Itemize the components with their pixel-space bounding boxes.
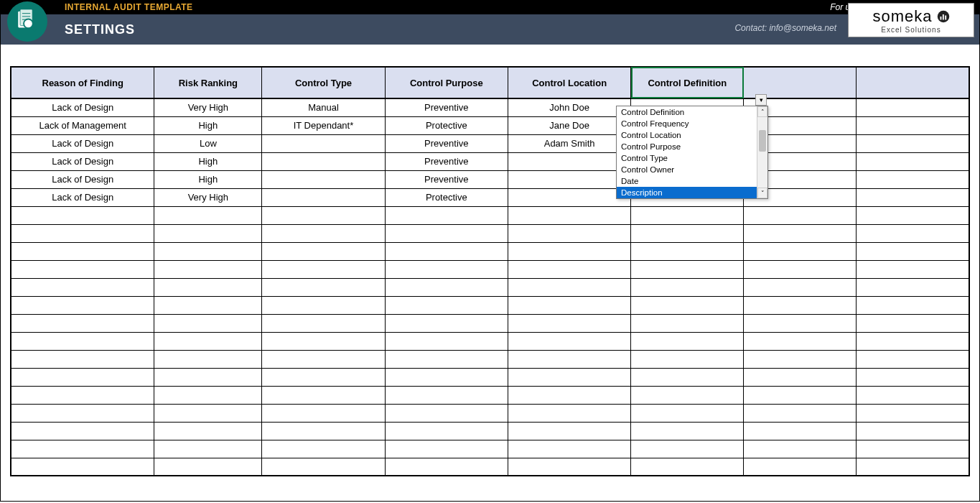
table-cell[interactable] — [631, 440, 744, 458]
table-row[interactable]: Lack of DesignLowPreventiveAdam Smith — [11, 134, 969, 152]
table-cell[interactable] — [154, 404, 262, 422]
table-cell[interactable] — [857, 224, 969, 242]
table-cell[interactable] — [744, 278, 857, 296]
table-cell[interactable] — [857, 278, 969, 296]
table-cell[interactable] — [631, 332, 744, 350]
table-cell[interactable] — [744, 458, 857, 476]
table-cell[interactable] — [508, 422, 630, 440]
table-cell[interactable] — [744, 422, 857, 440]
table-cell[interactable]: Protective — [385, 188, 508, 206]
table-cell[interactable] — [508, 332, 630, 350]
table-cell[interactable] — [744, 296, 857, 314]
table-cell[interactable] — [154, 206, 262, 224]
table-cell[interactable] — [385, 260, 508, 278]
table-cell[interactable] — [744, 350, 857, 368]
table-cell[interactable] — [744, 332, 857, 350]
table-cell[interactable] — [11, 332, 154, 350]
table-cell[interactable] — [385, 440, 508, 458]
table-cell[interactable] — [857, 134, 969, 152]
col-ctrl-type[interactable]: Control Type — [262, 67, 385, 98]
table-cell[interactable] — [631, 206, 744, 224]
table-cell[interactable]: Low — [154, 134, 262, 152]
table-cell[interactable]: High — [154, 170, 262, 188]
table-row[interactable] — [11, 278, 969, 296]
table-cell[interactable] — [262, 278, 385, 296]
table-row[interactable] — [11, 260, 969, 278]
table-row[interactable] — [11, 368, 969, 386]
table-cell[interactable] — [11, 224, 154, 242]
table-cell[interactable] — [857, 188, 969, 206]
table-cell[interactable] — [11, 440, 154, 458]
col-ctrl-location[interactable]: Control Location — [508, 67, 630, 98]
table-cell[interactable] — [11, 368, 154, 386]
table-cell[interactable] — [11, 242, 154, 260]
table-cell[interactable] — [385, 296, 508, 314]
table-cell[interactable] — [508, 170, 630, 188]
table-cell[interactable] — [385, 314, 508, 332]
table-row[interactable] — [11, 296, 969, 314]
table-cell[interactable] — [857, 368, 969, 386]
table-cell[interactable] — [262, 296, 385, 314]
table-cell[interactable] — [857, 332, 969, 350]
dropdown-item[interactable]: Control Purpose — [617, 141, 757, 152]
table-cell[interactable] — [744, 368, 857, 386]
validation-dropdown[interactable]: Control DefinitionControl FrequencyContr… — [616, 106, 768, 199]
table-cell[interactable] — [11, 404, 154, 422]
table-cell[interactable]: Lack of Design — [11, 98, 154, 116]
dropdown-item[interactable]: Control Type — [617, 152, 757, 164]
table-cell[interactable] — [631, 350, 744, 368]
table-cell[interactable] — [154, 278, 262, 296]
table-row[interactable] — [11, 332, 969, 350]
table-cell[interactable] — [508, 260, 630, 278]
table-cell[interactable] — [154, 260, 262, 278]
table-cell[interactable] — [154, 368, 262, 386]
table-cell[interactable] — [385, 368, 508, 386]
table-cell[interactable] — [262, 314, 385, 332]
table-cell[interactable] — [262, 134, 385, 152]
table-cell[interactable] — [508, 368, 630, 386]
table-cell[interactable] — [154, 350, 262, 368]
table-cell[interactable] — [857, 152, 969, 170]
table-cell[interactable] — [262, 386, 385, 404]
table-cell[interactable] — [262, 422, 385, 440]
table-cell[interactable] — [11, 278, 154, 296]
table-cell[interactable] — [508, 314, 630, 332]
scroll-down-button[interactable]: ˅ — [757, 188, 767, 198]
table-cell[interactable] — [262, 224, 385, 242]
table-cell[interactable] — [857, 206, 969, 224]
settings-table[interactable]: Reason of Finding Risk Ranking Control T… — [10, 66, 970, 476]
table-cell[interactable] — [508, 242, 630, 260]
table-cell[interactable] — [508, 188, 630, 206]
table-cell[interactable] — [154, 458, 262, 476]
table-row[interactable] — [11, 458, 969, 476]
table-cell[interactable] — [154, 332, 262, 350]
table-cell[interactable]: Protective — [385, 116, 508, 134]
table-cell[interactable]: John Doe — [508, 98, 630, 116]
table-cell[interactable] — [857, 260, 969, 278]
table-cell[interactable]: Lack of Management — [11, 116, 154, 134]
table-cell[interactable] — [262, 260, 385, 278]
table-cell[interactable] — [385, 404, 508, 422]
table-cell[interactable] — [262, 242, 385, 260]
table-cell[interactable]: High — [154, 116, 262, 134]
table-cell[interactable] — [631, 422, 744, 440]
table-row[interactable] — [11, 386, 969, 404]
table-cell[interactable] — [857, 440, 969, 458]
dropdown-item[interactable]: Date — [617, 175, 757, 187]
table-cell[interactable] — [385, 278, 508, 296]
table-cell[interactable] — [744, 314, 857, 332]
table-cell[interactable] — [631, 278, 744, 296]
table-cell[interactable] — [11, 206, 154, 224]
table-cell[interactable] — [857, 422, 969, 440]
table-cell[interactable]: High — [154, 152, 262, 170]
table-cell[interactable]: Jane Doe — [508, 116, 630, 134]
table-cell[interactable] — [631, 404, 744, 422]
table-cell[interactable] — [262, 170, 385, 188]
table-cell[interactable] — [385, 206, 508, 224]
table-row[interactable]: Lack of DesignHighPreventive — [11, 152, 969, 170]
dropdown-item[interactable]: Control Definition — [617, 106, 757, 118]
table-cell[interactable]: Preventive — [385, 170, 508, 188]
table-cell[interactable] — [385, 350, 508, 368]
table-cell[interactable]: Manual — [262, 98, 385, 116]
table-cell[interactable] — [857, 386, 969, 404]
